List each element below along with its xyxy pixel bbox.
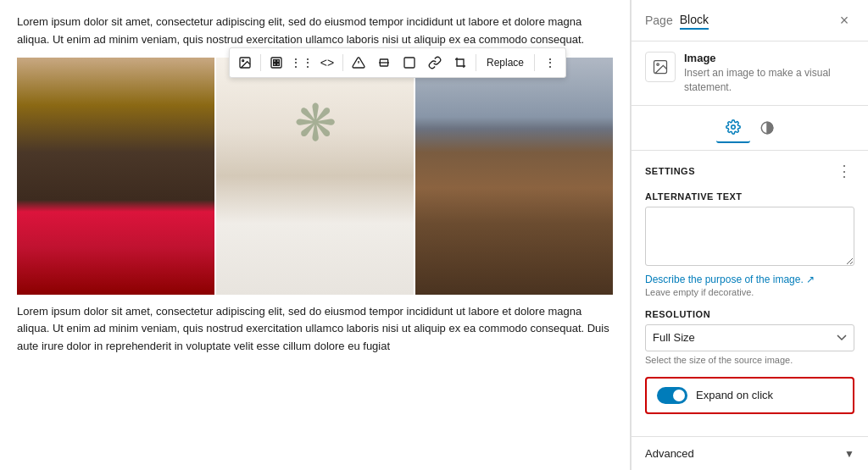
toolbar-divider-1 bbox=[260, 54, 261, 71]
crop-icon-btn[interactable] bbox=[448, 51, 472, 75]
more-options-button[interactable]: ⋮ bbox=[538, 51, 562, 75]
advanced-label: Advanced bbox=[645, 447, 694, 460]
alt-text-group: ALTERNATIVE TEXT Describe the purpose of… bbox=[645, 191, 854, 297]
panel-body: Settings ⋮ ALTERNATIVE TEXT Describe the… bbox=[632, 151, 868, 436]
gallery-image-mountain[interactable] bbox=[415, 58, 613, 295]
leave-empty-hint: Leave empty if decorative. bbox=[645, 287, 854, 297]
code-icon-btn[interactable]: <> bbox=[315, 51, 339, 75]
tab-settings-gear[interactable] bbox=[716, 113, 750, 143]
resolution-hint: Select the size of the source image. bbox=[645, 355, 854, 365]
gallery-icon-btn[interactable] bbox=[264, 51, 288, 75]
svg-point-13 bbox=[657, 64, 659, 66]
toolbar-divider-2 bbox=[342, 54, 343, 71]
toolbar-divider-4 bbox=[534, 54, 535, 71]
svg-rect-6 bbox=[277, 64, 280, 66]
settings-section-header: Settings ⋮ bbox=[645, 161, 854, 181]
describe-link[interactable]: Describe the purpose of the image. ↗ bbox=[645, 274, 854, 285]
svg-rect-11 bbox=[404, 58, 415, 68]
block-title: Image bbox=[684, 52, 854, 64]
resolution-label: RESOLUTION bbox=[645, 309, 854, 319]
link-icon-btn[interactable] bbox=[423, 51, 447, 75]
replace-button[interactable]: Replace bbox=[480, 51, 531, 75]
svg-point-1 bbox=[242, 60, 244, 62]
block-icon-btn[interactable] bbox=[398, 51, 421, 75]
warning-icon-btn[interactable] bbox=[347, 51, 370, 75]
tab-page[interactable]: Page bbox=[645, 12, 673, 29]
drag-icon-btn[interactable]: ⋮⋮ bbox=[290, 51, 314, 75]
svg-rect-5 bbox=[274, 64, 276, 66]
align-icon-btn[interactable] bbox=[372, 51, 396, 75]
image-toolbar: ⋮⋮ <> bbox=[229, 47, 566, 78]
image-gallery bbox=[17, 58, 613, 295]
chevron-down-icon: ▼ bbox=[844, 448, 854, 460]
alt-text-label: ALTERNATIVE TEXT bbox=[645, 191, 854, 202]
expand-on-click-row: Expand on click bbox=[645, 377, 854, 414]
expand-toggle[interactable] bbox=[657, 387, 687, 404]
resolution-group: RESOLUTION Full Size Large Medium Thumbn… bbox=[645, 309, 854, 365]
image-icon-btn[interactable] bbox=[233, 51, 257, 75]
settings-tabs bbox=[632, 106, 868, 151]
gallery-image-interior[interactable] bbox=[216, 58, 414, 295]
alt-text-input[interactable] bbox=[645, 207, 854, 266]
toolbar-divider-3 bbox=[476, 54, 476, 71]
top-paragraph: Lorem ipsum dolor sit amet, consectetur … bbox=[17, 14, 613, 49]
block-info: Image Insert an image to make a visual s… bbox=[632, 41, 868, 106]
tab-settings-style[interactable] bbox=[750, 113, 784, 143]
svg-rect-3 bbox=[274, 60, 276, 63]
close-button[interactable]: × bbox=[834, 10, 854, 30]
svg-point-14 bbox=[731, 124, 735, 129]
block-info-text: Image Insert an image to make a visual s… bbox=[684, 52, 854, 95]
bottom-paragraph: Lorem ipsum dolor sit amet, consectetur … bbox=[17, 303, 613, 356]
toggle-slider bbox=[657, 387, 687, 404]
block-description: Insert an image to make a visual stateme… bbox=[684, 66, 854, 95]
resolution-select[interactable]: Full Size Large Medium Thumbnail bbox=[645, 324, 854, 351]
settings-more-button[interactable]: ⋮ bbox=[834, 161, 854, 181]
panel-header: Page Block × bbox=[632, 0, 868, 41]
svg-rect-4 bbox=[277, 60, 280, 63]
tab-block[interactable]: Block bbox=[680, 11, 709, 30]
content-area: Lorem ipsum dolor sit amet, consectetur … bbox=[0, 0, 631, 470]
settings-section-title: Settings bbox=[645, 166, 695, 176]
right-panel: Page Block × Image Insert an image to ma… bbox=[631, 0, 868, 470]
block-icon bbox=[645, 52, 676, 82]
gallery-image-flowers[interactable] bbox=[17, 58, 214, 295]
expand-label: Expand on click bbox=[696, 389, 773, 401]
advanced-section[interactable]: Advanced ▼ bbox=[632, 436, 868, 470]
